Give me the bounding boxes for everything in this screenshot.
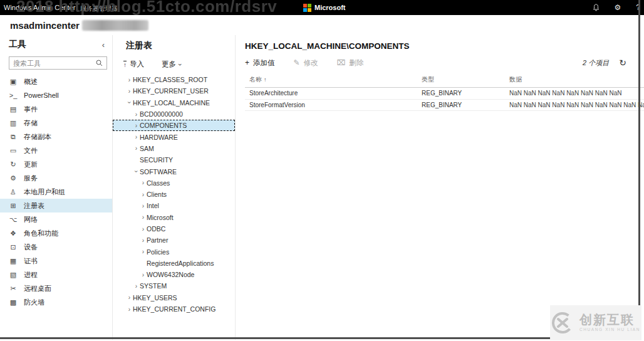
edit-icon: ✎	[294, 59, 300, 66]
toolbar-button[interactable]: ✎ 修改	[294, 58, 318, 68]
registry-icon: ⊞	[9, 202, 18, 210]
column-header-type[interactable]: 类型	[422, 75, 509, 84]
tree-node[interactable]: RegisteredApplications	[113, 258, 235, 269]
sidebar-item[interactable]: ⌥ 网络	[0, 212, 112, 226]
tree-node[interactable]: Partner	[113, 234, 235, 246]
window-right-border	[638, 0, 640, 339]
sidebar-item[interactable]: >_ PowerShell	[0, 88, 112, 102]
sidebar-item[interactable]: ▤ 事件	[0, 102, 112, 116]
import-button[interactable]: ↑ 导入	[123, 60, 144, 69]
expand-chevron-icon[interactable]	[133, 134, 140, 140]
tree-node-label: HKEY_CLASSES_ROOT	[133, 76, 207, 83]
sidebar-item[interactable]: ▧ 进程	[0, 268, 112, 281]
tree-node-label: SOFTWARE	[140, 168, 177, 176]
more-button[interactable]: 更多	[162, 60, 182, 69]
tree-node[interactable]: HKEY_CLASSES_ROOT	[113, 74, 235, 85]
table-header: 名称↑ 类型 数据	[245, 75, 644, 88]
refresh-icon[interactable]: ↻	[619, 58, 626, 67]
column-header-name[interactable]: 名称↑	[245, 75, 422, 84]
tree-node[interactable]: HARDWARE	[113, 131, 235, 142]
tree-node[interactable]: HKEY_CURRENT_CONFIG	[113, 303, 235, 315]
expand-chevron-icon[interactable]	[140, 179, 147, 186]
tree-node[interactable]: HKEY_CURRENT_USER	[113, 85, 235, 97]
sidebar-item-label: 本地用户和组	[24, 187, 65, 197]
notifications-bell-icon[interactable]	[593, 4, 600, 11]
tree-node[interactable]: ODBC	[113, 223, 235, 234]
search-icon[interactable]	[95, 60, 106, 66]
sidebar-item[interactable]: ⊞ 注册表	[0, 199, 112, 212]
tree-node[interactable]: WOW6432Node	[113, 269, 235, 280]
expand-chevron-icon[interactable]	[126, 76, 133, 83]
sidebar-item[interactable]: ↻ 更新	[0, 157, 112, 171]
sidebar-item[interactable]: ▥ 存储	[0, 116, 112, 130]
sidebar-item[interactable]: ♙ 本地用户和组	[0, 185, 112, 199]
tool-search-input[interactable]	[9, 60, 95, 67]
sidebar-item[interactable]: ▩ 防火墙	[0, 295, 112, 309]
tree-node[interactable]: SOFTWARE	[113, 165, 235, 177]
storage-replica-icon: ⧉	[9, 133, 18, 141]
expand-chevron-icon[interactable]	[126, 88, 133, 95]
expand-chevron-icon[interactable]	[133, 111, 140, 118]
devices-icon: ⊡	[9, 243, 18, 251]
tree-node-label: HARDWARE	[140, 134, 178, 141]
expand-chevron-icon[interactable]	[140, 271, 147, 278]
tree-node[interactable]: Microsoft	[113, 212, 235, 223]
tree-node[interactable]: HKEY_LOCAL_MACHINE	[113, 97, 235, 108]
sidebar-item[interactable]: ✂ 远程桌面	[0, 281, 112, 295]
sidebar-item-label: PowerShell	[24, 92, 59, 99]
expand-chevron-icon[interactable]	[133, 283, 140, 290]
expand-chevron-icon[interactable]	[140, 214, 147, 221]
sidebar-item[interactable]: ▦ 证书	[0, 254, 112, 268]
value-name-cell: StoreArchitecture	[245, 90, 422, 97]
sidebar-item-label: 防火墙	[24, 298, 44, 307]
settings-gear-icon[interactable]: ⚙	[615, 4, 621, 11]
tree-node[interactable]: Clients	[113, 189, 235, 200]
expand-chevron-icon[interactable]	[140, 248, 147, 255]
sidebar-item-label: 进程	[24, 270, 38, 280]
table-row[interactable]: StoreFormatVersion REG_BINARY NaN NaN Na…	[245, 100, 644, 112]
tool-search-box	[9, 56, 107, 70]
tree-node[interactable]: BCD00000000	[113, 108, 235, 120]
sidebar-item[interactable]: ▭ 文件	[0, 144, 112, 157]
expand-chevron-icon[interactable]	[126, 306, 133, 313]
expand-chevron-icon[interactable]	[140, 202, 147, 209]
sidebar-collapse-icon[interactable]	[102, 40, 105, 50]
sidebar-item-label: 概述	[24, 77, 38, 87]
sidebar-item[interactable]: ⚙ 服务	[0, 171, 112, 185]
tree-node[interactable]: Policies	[113, 246, 235, 257]
tree-node[interactable]: Classes	[113, 177, 235, 189]
column-header-data[interactable]: 数据	[509, 75, 644, 84]
value-type-cell: REG_BINARY	[422, 102, 509, 108]
sidebar-item[interactable]: ▣ 概述	[0, 75, 112, 88]
sort-ascending-icon: ↑	[264, 76, 267, 83]
sidebar-item[interactable]: ❖ 角色和功能	[0, 226, 112, 240]
toolbar-button[interactable]: ⌧ 删除	[337, 58, 364, 68]
expand-chevron-icon[interactable]	[133, 168, 140, 175]
expand-chevron-icon[interactable]	[133, 145, 140, 152]
sidebar-item-label: 文件	[24, 146, 38, 155]
tree-node[interactable]: SECURITY	[113, 154, 235, 165]
server-name[interactable]: msadmincenter	[10, 20, 80, 31]
expand-chevron-icon[interactable]	[140, 191, 147, 198]
registry-tree-panel: 注册表 ↑ 导入 更多 HKEY_CLASSES_ROOT	[113, 35, 236, 340]
tree-node[interactable]: Intel	[113, 200, 235, 211]
tree-node-label: SYSTEM	[140, 282, 167, 290]
sidebar-item[interactable]: ⧉ 存储副本	[0, 130, 112, 144]
network-icon: ⌥	[9, 216, 18, 224]
tree-node[interactable]: SAM	[113, 143, 235, 154]
expand-chevron-icon[interactable]	[133, 122, 140, 129]
expand-chevron-icon[interactable]	[126, 99, 133, 106]
expand-chevron-icon[interactable]	[140, 226, 147, 233]
roles-features-icon: ❖	[9, 229, 18, 238]
tree-node[interactable]: HKEY_USERS	[113, 292, 235, 303]
item-count: 2 个项目	[583, 58, 609, 68]
value-data-cell: NaN NaN NaN NaN NaN NaN NaN NaN NaN NaN …	[509, 102, 644, 108]
table-row[interactable]: StoreArchitecture REG_BINARY NaN NaN NaN…	[245, 88, 644, 100]
sidebar-item[interactable]: ⊡ 设备	[0, 240, 112, 254]
processes-icon: ▧	[9, 271, 18, 279]
expand-chevron-icon[interactable]	[126, 294, 133, 301]
toolbar-button[interactable]: + 添加值	[245, 58, 275, 68]
tree-node[interactable]: SYSTEM	[113, 280, 235, 291]
tree-node[interactable]: COMPONENTS	[113, 120, 235, 131]
expand-chevron-icon[interactable]	[140, 237, 147, 244]
